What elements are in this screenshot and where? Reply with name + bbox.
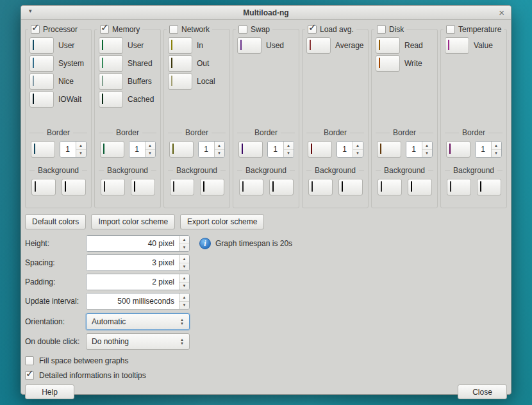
background-color1-button[interactable] xyxy=(31,179,56,195)
disk-enable-checkbox[interactable] xyxy=(377,25,386,34)
spin-down-icon[interactable]: ▼ xyxy=(179,283,189,290)
color-button-in[interactable] xyxy=(168,37,192,54)
background-color1-button[interactable] xyxy=(378,179,402,195)
color-button-user[interactable] xyxy=(29,37,54,54)
loadavg-enable-checkbox[interactable]: ✓ xyxy=(308,25,317,34)
spin-down-icon[interactable]: ▼ xyxy=(145,150,155,158)
panel-label: Disk xyxy=(389,25,404,34)
border-color-button[interactable] xyxy=(308,141,332,158)
color-button-write[interactable] xyxy=(376,55,400,72)
spin-up-icon[interactable]: ▲ xyxy=(145,142,155,150)
color-button-cached[interactable] xyxy=(99,91,123,108)
color-button-value[interactable] xyxy=(445,37,469,54)
background-color2-button[interactable] xyxy=(269,179,294,195)
network-enable-checkbox[interactable] xyxy=(169,25,178,34)
fill-space-checkbox[interactable] xyxy=(25,356,34,365)
import-color-scheme-button[interactable]: Import color scheme xyxy=(91,214,175,229)
update-interval-spinner[interactable]: 500 milliseconds▲▼ xyxy=(86,293,190,310)
spin-up-icon[interactable]: ▲ xyxy=(179,293,189,302)
panel-memory: ✓ Memory User Shared Buffers Cached Bord… xyxy=(94,29,161,208)
export-color-scheme-button[interactable]: Export color scheme xyxy=(180,214,264,229)
padding-label: Padding: xyxy=(25,277,86,286)
spin-up-icon[interactable]: ▲ xyxy=(76,142,86,150)
background-color1-button[interactable] xyxy=(170,179,194,195)
spin-up-icon[interactable]: ▲ xyxy=(284,142,294,150)
background-color2-button[interactable] xyxy=(131,179,155,195)
temperature-enable-checkbox[interactable] xyxy=(446,25,455,34)
background-color2-button[interactable] xyxy=(477,179,501,195)
color-button-nice[interactable] xyxy=(29,73,54,90)
color-button-used[interactable] xyxy=(237,37,262,54)
background-color2-button[interactable] xyxy=(338,179,363,195)
color-button-user[interactable] xyxy=(99,37,123,54)
spin-down-icon[interactable]: ▼ xyxy=(179,263,189,271)
background-section-label: Background xyxy=(99,166,156,175)
color-button-read[interactable] xyxy=(376,37,400,54)
default-colors-button[interactable]: Default colors xyxy=(25,214,86,229)
background-color2-button[interactable] xyxy=(408,179,432,195)
spin-up-icon[interactable]: ▲ xyxy=(179,255,189,263)
color-button-average[interactable] xyxy=(306,37,331,54)
orientation-row: Orientation: Automatic ▲▼ xyxy=(25,313,507,330)
processor-enable-checkbox[interactable]: ✓ xyxy=(31,25,40,34)
border-color-button[interactable] xyxy=(238,141,263,158)
border-width-spinner[interactable]: 1▲▼ xyxy=(406,141,433,158)
spin-down-icon[interactable]: ▼ xyxy=(215,150,224,158)
spin-down-icon[interactable]: ▼ xyxy=(179,244,189,252)
detailed-tooltips-option[interactable]: ✓ Detailed informations in tooltips xyxy=(25,370,507,381)
border-color-button[interactable] xyxy=(169,141,194,158)
background-color1-button[interactable] xyxy=(239,179,263,195)
close-icon[interactable]: × xyxy=(499,6,504,19)
height-spinner[interactable]: 40 pixel▲▼ xyxy=(86,235,190,252)
detailed-tooltips-checkbox[interactable]: ✓ xyxy=(25,371,34,380)
border-section-label: Border xyxy=(168,128,226,137)
border-width-spinner[interactable]: 1▲▼ xyxy=(337,141,363,158)
border-color-button[interactable] xyxy=(446,141,470,158)
color-button-out[interactable] xyxy=(168,55,192,72)
color-button-local[interactable] xyxy=(168,73,192,90)
border-width-spinner[interactable]: 1▲▼ xyxy=(198,141,225,158)
border-width-spinner[interactable]: 1▲▼ xyxy=(475,141,502,158)
border-color-button[interactable] xyxy=(31,141,55,158)
combo-arrows-icon: ▲▼ xyxy=(180,338,184,345)
border-width-spinner[interactable]: 1▲▼ xyxy=(129,141,156,158)
help-button[interactable]: Help xyxy=(25,384,74,399)
spin-up-icon[interactable]: ▲ xyxy=(353,142,363,150)
border-width-spinner[interactable]: 1▲▼ xyxy=(267,141,294,158)
background-color1-button[interactable] xyxy=(101,179,125,195)
close-button[interactable]: Close xyxy=(458,384,507,399)
color-button-system[interactable] xyxy=(29,55,54,72)
border-color-button[interactable] xyxy=(100,141,124,158)
spin-up-icon[interactable]: ▲ xyxy=(179,236,189,244)
orientation-select[interactable]: Automatic ▲▼ xyxy=(86,313,190,330)
spin-down-icon[interactable]: ▼ xyxy=(422,150,432,158)
fill-space-option[interactable]: Fill space between graphs xyxy=(25,356,507,366)
background-color1-button[interactable] xyxy=(447,179,471,195)
spacing-spinner[interactable]: 3 pixel▲▼ xyxy=(86,254,190,271)
background-color1-button[interactable] xyxy=(308,179,333,195)
spin-down-icon[interactable]: ▼ xyxy=(492,150,501,158)
spin-down-icon[interactable]: ▼ xyxy=(179,302,189,310)
padding-spinner[interactable]: 2 pixel▲▼ xyxy=(86,274,190,290)
panel-processor-header: ✓ Processor xyxy=(28,24,80,35)
memory-enable-checkbox[interactable]: ✓ xyxy=(100,25,109,34)
spin-up-icon[interactable]: ▲ xyxy=(179,274,189,283)
spin-down-icon[interactable]: ▼ xyxy=(353,150,363,158)
background-color2-button[interactable] xyxy=(62,179,86,195)
spin-up-icon[interactable]: ▲ xyxy=(492,142,501,150)
spin-down-icon[interactable]: ▼ xyxy=(284,150,294,158)
panel-label: Load avg. xyxy=(320,25,354,34)
color-list: Value xyxy=(444,37,504,128)
color-button-iowait[interactable] xyxy=(29,91,54,108)
color-button-shared[interactable] xyxy=(99,55,123,72)
spin-down-icon[interactable]: ▼ xyxy=(76,150,86,158)
panel-network: Network In Out Local Border 1▲▼ Backgrou… xyxy=(163,29,230,208)
spin-up-icon[interactable]: ▲ xyxy=(215,142,224,150)
spin-up-icon[interactable]: ▲ xyxy=(422,142,432,150)
swap-enable-checkbox[interactable] xyxy=(238,25,247,34)
border-width-spinner[interactable]: 1▲▼ xyxy=(60,141,87,158)
double-click-select[interactable]: Do nothing ▲▼ xyxy=(86,333,190,350)
background-color2-button[interactable] xyxy=(200,179,224,195)
border-color-button[interactable] xyxy=(377,141,401,158)
color-button-buffers[interactable] xyxy=(99,73,123,90)
